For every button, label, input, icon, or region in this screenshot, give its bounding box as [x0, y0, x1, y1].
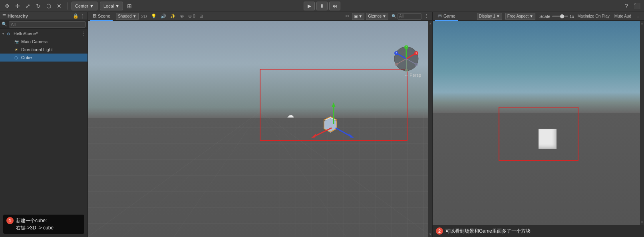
- scene-view[interactable]: ☁: [88, 21, 432, 237]
- search-input[interactable]: [9, 21, 86, 28]
- local-chevron: ▼: [115, 4, 119, 8]
- scene-render-dropdown[interactable]: ▣ ▼: [352, 13, 364, 20]
- svg-point-29: [405, 69, 408, 72]
- aspect-dropdown[interactable]: Free Aspect ▼: [505, 13, 535, 20]
- local-label: Local: [103, 4, 114, 8]
- hierarchy-lock-btn[interactable]: 🔒: [73, 13, 79, 19]
- main-layout: ☰ Hierarchy 🔒 ⋮ 🔍 ▼ ⊙ HelloScene* ⋮ 📷 Ma…: [0, 12, 644, 237]
- gizmos-dropdown[interactable]: Gizmos ▼: [366, 13, 388, 20]
- toolbar-icon-rect[interactable]: ⬡: [45, 2, 53, 10]
- toolbar-icon-grid[interactable]: ⊞: [125, 2, 133, 10]
- step-button[interactable]: ⏭: [329, 2, 340, 10]
- annotation-2-text: 可以看到场景和Game里面多了一个方块: [445, 228, 531, 235]
- aspect-label: Free Aspect: [507, 14, 529, 18]
- aspect-chevron: ▼: [529, 14, 533, 18]
- scene-toolbar: 🖼 Scene Shaded ▼ 2D 💡 🔊 ✨ 👁 ⊕ 0 ⊞ ✂: [88, 12, 432, 21]
- svg-marker-13: [332, 102, 336, 107]
- help-icon[interactable]: ?: [622, 2, 630, 10]
- annotation-1: 1 新建一个cube: 右键->3D -> cube: [3, 215, 84, 234]
- helloscene-more[interactable]: ⋮: [81, 31, 86, 36]
- annotation-1-text: 新建一个cube: 右键->3D -> cube: [16, 217, 54, 231]
- hierarchy-panel: ☰ Hierarchy 🔒 ⋮ 🔍 ▼ ⊙ HelloScene* ⋮ 📷 Ma…: [0, 12, 88, 237]
- hierarchy-item-cube[interactable]: ⬡ Cube: [0, 54, 87, 62]
- scene-visibility-btn[interactable]: 👁: [179, 13, 185, 20]
- top-right-controls: ? ⬛: [622, 2, 641, 10]
- toolbar-icon-transform[interactable]: ✕: [55, 2, 63, 10]
- svg-marker-15: [311, 133, 316, 138]
- local-button[interactable]: Local ▼: [100, 2, 123, 10]
- scene-tab[interactable]: 🖼 Scene: [90, 12, 113, 21]
- display-dropdown[interactable]: Display 1 ▼: [477, 13, 502, 20]
- scene-scissors-btn[interactable]: ✂: [344, 13, 350, 20]
- game-scroll-up[interactable]: ▲: [640, 22, 644, 25]
- hierarchy-content: ▼ ⊙ HelloScene* ⋮ 📷 Main Camera ☀ Direct…: [0, 29, 87, 211]
- maximize-btn[interactable]: Maximize On Play: [576, 14, 611, 18]
- pause-button[interactable]: ⏸: [316, 2, 328, 10]
- dirlight-label: Directional Light: [21, 47, 53, 52]
- game-tab[interactable]: 🎮 Game: [435, 12, 458, 21]
- game-view[interactable]: ▲ ▼: [433, 21, 644, 225]
- hierarchy-title: Hierarchy: [8, 14, 71, 18]
- scale-label: Scale: [539, 14, 551, 19]
- hierarchy-item-directionallight[interactable]: ☀ Directional Light: [0, 46, 87, 54]
- center-chevron: ▼: [89, 4, 94, 8]
- scroll-up-arrow[interactable]: ▲: [429, 22, 432, 25]
- shade-mode-label: Shaded: [118, 14, 131, 18]
- annotation-2: 2 可以看到场景和Game里面多了一个方块: [433, 225, 644, 237]
- render-icon: ▣: [354, 14, 358, 18]
- game-scroll-down[interactable]: ▼: [640, 221, 644, 224]
- hierarchy-item-maincamera[interactable]: 📷 Main Camera: [0, 38, 87, 46]
- helloscene-arrow: ▼: [2, 32, 6, 36]
- hierarchy-item-helloscene[interactable]: ▼ ⊙ HelloScene* ⋮: [0, 30, 87, 38]
- maincamera-label: Main Camera: [21, 39, 48, 44]
- scene-search-input[interactable]: [398, 13, 421, 20]
- game-more-btn[interactable]: ⋮: [634, 14, 642, 18]
- helloscene-label: HelloScene*: [14, 31, 38, 36]
- scene-controls: Shaded ▼ 2D 💡 🔊 ✨ 👁 ⊕ 0 ⊞: [116, 13, 204, 20]
- scene-light-btn[interactable]: 💡: [150, 13, 158, 20]
- svg-line-16: [336, 128, 352, 137]
- scene-fx-btn[interactable]: ✨: [169, 13, 177, 20]
- center-button[interactable]: Center ▼: [72, 2, 97, 10]
- game-scrollbar[interactable]: ▲ ▼: [640, 21, 644, 225]
- top-toolbar: ✥ ✛ ⤢ ↻ ⬡ ✕ Center ▼ Local ▼ ⊞ ▶ ⏸ ⏭ ? ⬛: [0, 0, 644, 12]
- render-chevron: ▼: [358, 14, 362, 18]
- hierarchy-more-btn[interactable]: ⋮: [80, 13, 85, 19]
- display-chevron: ▼: [496, 14, 500, 18]
- scene-search-icon: 🔍: [392, 14, 396, 18]
- center-label: Center: [75, 4, 88, 8]
- scene-layers-btn[interactable]: ⊕ 0: [187, 13, 197, 20]
- scale-slider[interactable]: [552, 16, 568, 17]
- cube-label: Cube: [21, 55, 32, 60]
- gizmo-container[interactable]: Y X Z: [392, 45, 420, 73]
- mute-btn[interactable]: Mute Aud: [613, 14, 633, 18]
- 2d-button[interactable]: 2D: [140, 13, 148, 20]
- game-background: [433, 21, 644, 225]
- svg-marker-17: [349, 133, 354, 138]
- scene-audio-btn[interactable]: 🔊: [159, 13, 167, 20]
- scene-more-btn[interactable]: ⋮: [423, 13, 430, 20]
- scene-grid-btn[interactable]: ⊞: [198, 13, 204, 20]
- shade-mode-chevron: ▼: [133, 14, 137, 18]
- toolbar-icon-hand[interactable]: ✥: [3, 2, 11, 10]
- play-button[interactable]: ▶: [304, 2, 315, 10]
- toolbar-icon-rotate[interactable]: ↻: [34, 2, 42, 10]
- gizmos-chevron: ▼: [382, 14, 386, 18]
- 2d-label: 2D: [141, 14, 147, 19]
- svg-point-31: [395, 63, 398, 66]
- play-controls: ▶ ⏸ ⏭: [304, 2, 340, 10]
- game-tab-label: Game: [443, 14, 455, 18]
- hierarchy-header: ☰ Hierarchy 🔒 ⋮: [0, 12, 87, 20]
- scene-panel: 🖼 Scene Shaded ▼ 2D 💡 🔊 ✨ 👁 ⊕ 0 ⊞ ✂: [88, 12, 432, 237]
- persp-label[interactable]: ← Persp: [404, 73, 421, 78]
- scene-scrollbar[interactable]: ▲ ▼: [428, 21, 432, 237]
- toolbar-sep-1: [67, 2, 68, 10]
- game-cube: [539, 129, 557, 149]
- helloscene-icon: ⊙: [7, 32, 12, 36]
- account-icon[interactable]: ⬛: [633, 2, 641, 10]
- game-panel: 🎮 Game Display 1 ▼ Free Aspect ▼ Scale 1…: [432, 12, 644, 237]
- toolbar-icon-move[interactable]: ✛: [14, 2, 22, 10]
- toolbar-icon-scale[interactable]: ⤢: [24, 2, 32, 10]
- shade-mode-dropdown[interactable]: Shaded ▼: [116, 13, 138, 20]
- scroll-down-arrow[interactable]: ▼: [429, 233, 432, 236]
